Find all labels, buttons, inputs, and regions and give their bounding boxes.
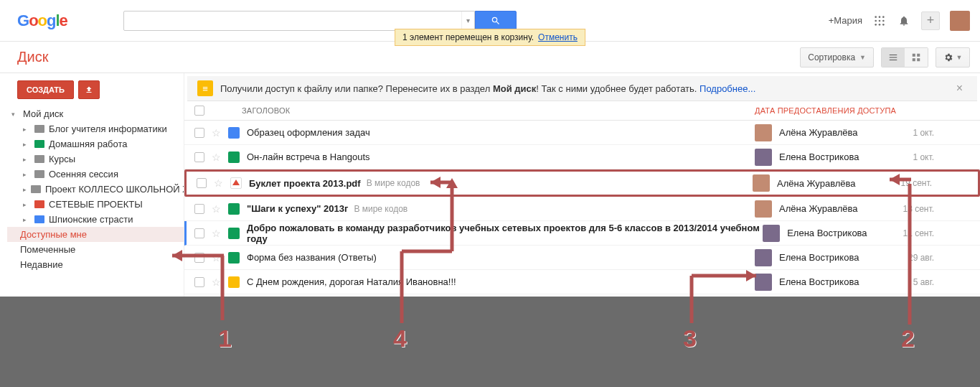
shared-date: 1 окт. xyxy=(913,128,970,138)
apps-icon[interactable] xyxy=(872,14,887,28)
sort-label: Сортировка xyxy=(808,52,855,62)
owner-avatar xyxy=(755,249,772,266)
file-title: Добро пожаловать в команду разработчиков… xyxy=(247,223,763,244)
list-view-button[interactable] xyxy=(882,48,905,67)
user-avatar[interactable] xyxy=(950,11,970,31)
row-checkbox[interactable] xyxy=(194,204,204,214)
file-row[interactable]: ☆Форма без названия (Ответы)Елена Востри… xyxy=(184,246,980,270)
owner-name: Елена Вострикова xyxy=(787,228,867,238)
svg-point-5 xyxy=(882,19,885,22)
svg-marker-27 xyxy=(890,174,900,185)
row-right: Елена Вострикова29 авг. xyxy=(755,249,970,266)
row-right: Елена Вострикова5 авг. xyxy=(755,274,970,291)
folder-icon xyxy=(34,170,44,178)
sidebar-folder[interactable]: ▸Осенняя сессия xyxy=(7,167,184,182)
svg-marker-24 xyxy=(746,270,756,281)
star-icon[interactable]: ☆ xyxy=(214,177,223,189)
owner-name: Елена Вострикова xyxy=(779,151,859,162)
learn-more-link[interactable]: Подробнее... xyxy=(699,83,755,94)
user-plus-label[interactable]: +Мария xyxy=(829,15,862,26)
drive-brand[interactable]: Диск xyxy=(17,49,48,65)
nav-label: Мой диск xyxy=(23,108,63,119)
folder-label: Курсы xyxy=(49,154,75,164)
sort-button[interactable]: Сортировка ▼ xyxy=(800,47,874,67)
svg-rect-10 xyxy=(917,53,920,56)
folder-label: Осенняя сессия xyxy=(49,169,118,179)
view-toggle-group xyxy=(881,47,928,67)
owner-name: Алёна Журавлёва xyxy=(779,127,858,138)
svg-point-1 xyxy=(879,16,881,18)
file-row[interactable]: ☆Образец оформления задачАлёна Журавлёва… xyxy=(184,121,980,145)
expand-icon: ▸ xyxy=(23,156,30,163)
sub-header: Диск Сортировка ▼ ▼ xyxy=(0,42,980,73)
sidebar-folder[interactable]: ▸Курсы xyxy=(7,151,184,167)
file-row[interactable]: ☆"Шаги к успеху" 2013гВ мире кодовАлёна … xyxy=(184,197,980,221)
upload-button[interactable] xyxy=(78,80,100,99)
row-right: Алёна Журавлёва1 окт. xyxy=(755,124,970,141)
row-checkbox[interactable] xyxy=(194,228,204,238)
list-icon xyxy=(888,52,898,62)
expand-icon: ▸ xyxy=(23,171,30,178)
folder-label: СЕТЕВЫЕ ПРОЕКТЫ xyxy=(49,199,143,210)
folder-label: Проект КОЛЛЕСО ШКОЛЬНОЙ ЖИЗНИ xyxy=(45,184,184,195)
create-row: СОЗДАТЬ xyxy=(7,80,184,106)
svg-point-4 xyxy=(879,19,881,22)
sidebar-folder[interactable]: ▸Проект КОЛЛЕСО ШКОЛЬНОЙ ЖИЗНИ xyxy=(7,182,184,197)
column-date[interactable]: ДАТА ПРЕДОСТАВЛЕНИЯ ДОСТУПА xyxy=(755,106,970,115)
list-header: ЗАГОЛОВОК ДАТА ПРЕДОСТАВЛЕНИЯ ДОСТУПА xyxy=(184,101,980,121)
bell-icon[interactable] xyxy=(897,14,911,28)
share-plus-button[interactable]: + xyxy=(921,11,940,30)
toast-text: 1 элемент перемещен в корзину. xyxy=(402,32,534,42)
file-type-icon xyxy=(228,203,240,215)
search-input[interactable] xyxy=(124,15,461,26)
expand-icon: ▸ xyxy=(23,141,30,148)
file-title: Образец оформления задач xyxy=(247,127,370,138)
folder-icon xyxy=(34,125,44,133)
sidebar-folder[interactable]: ▸СЕТЕВЫЕ ПРОЕКТЫ xyxy=(7,197,184,212)
sidebar-folder[interactable]: ▸Шпионские страсти xyxy=(7,212,184,227)
svg-point-6 xyxy=(875,24,877,26)
column-title[interactable]: ЗАГОЛОВОК xyxy=(242,106,290,115)
folder-icon xyxy=(31,185,41,193)
file-title: Буклет проекта 2013.pdf xyxy=(249,178,361,189)
row-right: Елена Вострикова11 сент. xyxy=(763,225,970,242)
nav-my-drive[interactable]: ▾ Мой диск xyxy=(7,106,184,121)
file-row[interactable]: ☆Буклет проекта 2013.pdfВ мире кодовАлён… xyxy=(184,169,980,197)
search-button[interactable] xyxy=(475,11,517,31)
sidebar-folder[interactable]: ▸Блог учителя информатики xyxy=(7,121,184,136)
star-icon[interactable]: ☆ xyxy=(212,127,221,139)
arrow-2 xyxy=(882,169,925,330)
search-wrapper: ▾ xyxy=(123,11,517,31)
file-row[interactable]: ☆С Днем рождения, дорогая Наталия Иванов… xyxy=(184,270,980,294)
star-icon[interactable]: ☆ xyxy=(212,151,221,163)
grid-view-button[interactable] xyxy=(905,48,928,67)
file-type-icon xyxy=(230,177,242,189)
owner-avatar xyxy=(763,225,780,242)
search-dropdown-toggle[interactable]: ▾ xyxy=(461,11,474,30)
nav-shared-with-me[interactable]: Доступные мне xyxy=(7,227,184,242)
star-icon[interactable]: ☆ xyxy=(212,203,221,215)
owner-name: Алёна Журавлёва xyxy=(777,178,856,189)
row-right: Алёна Журавлёва18 сент. xyxy=(755,200,970,218)
star-icon[interactable]: ☆ xyxy=(212,228,221,239)
create-button[interactable]: СОЗДАТЬ xyxy=(17,80,74,99)
callout-2: 2 xyxy=(901,325,915,353)
collapse-icon: ▾ xyxy=(11,111,19,118)
row-checkbox[interactable] xyxy=(194,152,204,162)
row-checkbox[interactable] xyxy=(197,178,207,188)
arrow-4 xyxy=(387,172,473,330)
expand-icon: ▸ xyxy=(23,216,30,223)
file-row[interactable]: ☆Он-лайн встреча в HangoutsЕлена Вострик… xyxy=(184,145,980,169)
undo-link[interactable]: Отменить xyxy=(538,32,578,42)
select-all-checkbox[interactable] xyxy=(194,106,204,116)
close-banner-button[interactable]: × xyxy=(952,82,967,95)
settings-button[interactable]: ▼ xyxy=(936,47,970,67)
row-checkbox[interactable] xyxy=(194,128,204,138)
sidebar-folder[interactable]: ▸Домашняя работа xyxy=(7,136,184,151)
file-row[interactable]: ☆Добро пожаловать в команду разработчико… xyxy=(184,221,980,246)
shared-date: 1 окт. xyxy=(913,152,970,162)
folder-icon xyxy=(34,155,44,163)
folder-icon xyxy=(34,140,44,148)
folder-icon xyxy=(34,215,44,223)
google-logo[interactable]: Google xyxy=(17,9,83,32)
